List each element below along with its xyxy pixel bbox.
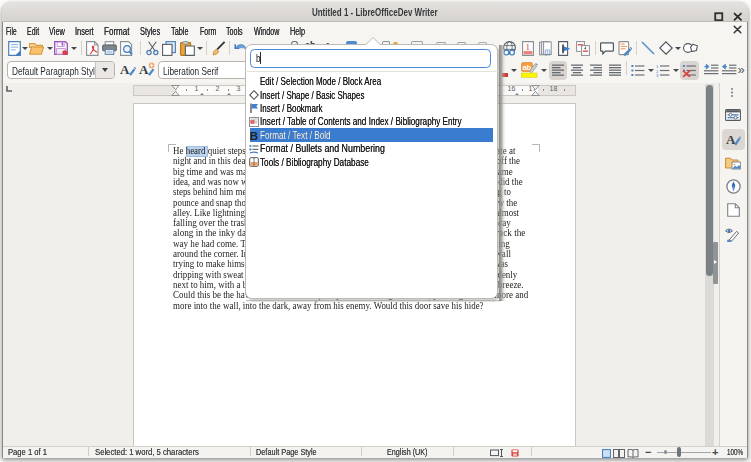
svg-text:1: 1 — [526, 42, 531, 52]
svg-text:B: B — [250, 130, 258, 140]
svg-text:3: 3 — [656, 73, 659, 77]
svg-text:A: A — [139, 62, 149, 77]
svg-text:(i): (i) — [544, 47, 550, 55]
svg-text:A: A — [120, 62, 130, 77]
